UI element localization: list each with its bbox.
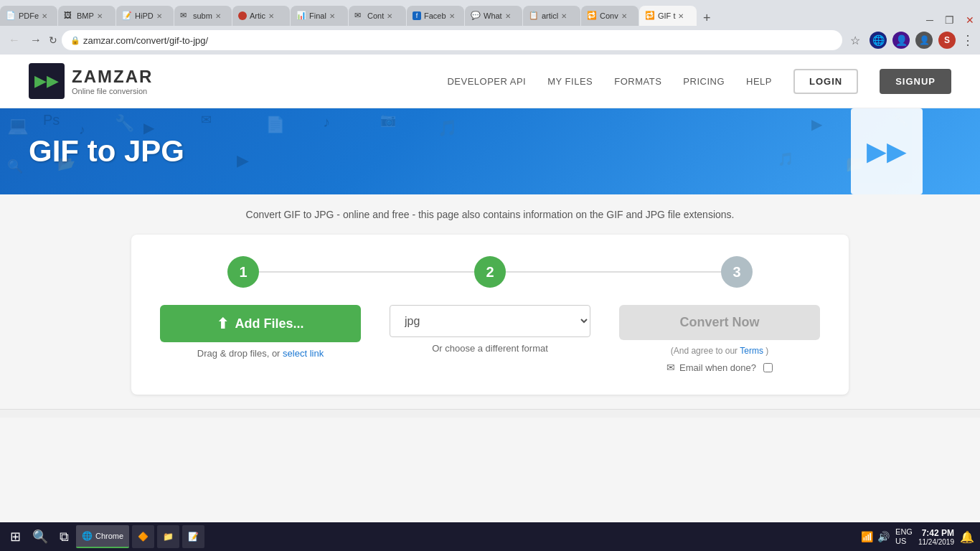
tab-t10[interactable]: 📋 articl ✕	[523, 6, 580, 26]
taskbar-files[interactable]: 📁	[157, 525, 179, 548]
tab-close-t8[interactable]: ✕	[449, 12, 455, 20]
url-bar[interactable]: 🔒 zamzar.com/convert/gif-to-jpg/	[62, 30, 842, 50]
tab-favicon-t4: ✉	[180, 11, 190, 21]
tab-close-t4[interactable]: ✕	[215, 12, 221, 20]
task-view-icon: ⧉	[60, 529, 69, 545]
email-checkbox[interactable]	[763, 363, 773, 372]
format-select[interactable]: jpg png bmp	[390, 305, 590, 337]
task-view-button[interactable]: ⧉	[55, 527, 73, 547]
tab-favicon-t7: ✉	[354, 11, 364, 21]
taskbar-word[interactable]: 📝	[182, 525, 204, 548]
date-display: 11/24/2019	[918, 538, 954, 546]
files-icon: 📁	[163, 532, 174, 542]
logo-area: ▶▶ ZAMZAR Online file conversion	[29, 63, 153, 99]
minimize-button[interactable]: ─	[923, 14, 936, 26]
tab-close-t11[interactable]: ✕	[621, 12, 627, 20]
add-files-label: Add Files...	[235, 316, 303, 331]
tab-label-t10: articl	[542, 11, 558, 20]
tab-close-t6[interactable]: ✕	[329, 12, 335, 20]
step-2-circle: 2	[474, 256, 506, 288]
tab-t4[interactable]: ✉ subm ✕	[174, 6, 232, 26]
page-banner: 💻 Ps ♪ 🔧 ▶ ✉ 📄 ♪ 📷 🎵 🔍 📂 ▶ ▶ 🎵 📂 🔧 GIF t…	[0, 108, 980, 194]
select-link[interactable]: select link	[283, 348, 324, 359]
drag-drop-text: Drag & drop files, or select link	[197, 348, 324, 359]
email-label: Email when done?	[679, 362, 756, 373]
tab-t11[interactable]: 🔁 Conv ✕	[581, 6, 639, 26]
taskbar: ⊞ 🔍 ⧉ 🌐 Chrome 🔶 📁 📝 📶 🔊 ENG US 7:42 PM …	[0, 522, 980, 551]
toolbar-icons: ☆ 🌐 👤 👤 S ⋮	[847, 32, 974, 49]
tab-favicon-t10: 📋	[529, 11, 539, 21]
url-text: zamzar.com/convert/gif-to-jpg/	[83, 35, 208, 46]
tab-label-t3: HiPD	[135, 11, 154, 20]
back-button[interactable]: ←	[6, 32, 23, 48]
format-different-text: Or choose a different format	[432, 343, 548, 354]
add-files-button[interactable]: ⬆ Add Files...	[160, 305, 361, 342]
forward-button[interactable]: →	[27, 32, 44, 48]
terms-link[interactable]: Terms	[740, 346, 763, 356]
nav-pricing[interactable]: PRICING	[683, 76, 725, 87]
chrome-menu-icon[interactable]: ⋮	[961, 32, 974, 48]
tab-close-t9[interactable]: ✕	[505, 12, 511, 20]
start-icon: ⊞	[10, 529, 21, 545]
step-3-section: Convert Now (And agree to our Terms ) ✉ …	[605, 305, 820, 373]
address-bar: ← → ↻ 🔒 zamzar.com/convert/gif-to-jpg/ ☆…	[0, 26, 980, 55]
tab-close-t3[interactable]: ✕	[156, 12, 162, 20]
maximize-button[interactable]: ❐	[942, 14, 957, 26]
bookmark-icon[interactable]: ☆	[847, 32, 864, 49]
profile-icon-3: 👤	[915, 32, 933, 49]
new-tab-button[interactable]: +	[697, 11, 717, 26]
taskbar-chrome[interactable]: 🌐 Chrome	[76, 525, 129, 548]
taskbar-right: 📶 🔊 ENG US 7:42 PM 11/24/2019 🔔	[861, 527, 974, 546]
chrome-label: Chrome	[95, 532, 123, 540]
start-button[interactable]: ⊞	[6, 526, 25, 547]
tab-t9[interactable]: 💬 What ✕	[465, 6, 522, 26]
tab-label-t5: Artic	[250, 11, 265, 20]
taskbar-vlc[interactable]: 🔶	[132, 525, 154, 548]
nav-my-files[interactable]: MY FILES	[547, 76, 593, 87]
file-shape: ▶▶	[851, 108, 923, 194]
tab-t5[interactable]: Artic ✕	[232, 6, 290, 26]
nav-help[interactable]: HELP	[746, 76, 772, 87]
email-row: ✉ Email when done?	[666, 362, 773, 373]
tab-close-t5[interactable]: ✕	[268, 12, 274, 20]
convert-now-button[interactable]: Convert Now	[619, 305, 820, 340]
time-display: 7:42 PM	[918, 528, 954, 538]
tab-close-t1[interactable]: ✕	[42, 12, 47, 20]
tab-t8[interactable]: f Faceb ✕	[407, 6, 464, 26]
reload-button[interactable]: ↻	[49, 34, 57, 46]
tab-label-t6: Final	[309, 11, 326, 20]
email-icon: ✉	[666, 362, 675, 373]
signup-button[interactable]: SIGNUP	[880, 69, 951, 94]
step-1-circle: 1	[227, 256, 259, 288]
tab-favicon-t2: 🖼	[64, 11, 74, 21]
tab-t7[interactable]: ✉ Cont ✕	[349, 6, 406, 26]
nav-developer-api[interactable]: DEVELOPER API	[447, 76, 526, 87]
profile-icon-2: 👤	[892, 32, 910, 49]
website-content: ▶▶ ZAMZAR Online file conversion DEVELOP…	[0, 55, 980, 409]
tab-t3[interactable]: 📝 HiPD ✕	[116, 6, 174, 26]
tab-favicon-t1: 📄	[6, 11, 16, 21]
tab-label-t11: Conv	[600, 11, 618, 20]
profile-icon-1: 🌐	[870, 32, 887, 49]
tab-close-t10[interactable]: ✕	[561, 12, 567, 20]
user-profile-icon[interactable]: S	[938, 32, 956, 49]
tab-close-t2[interactable]: ✕	[97, 12, 103, 20]
search-button[interactable]: 🔍	[28, 526, 52, 547]
horizontal-scrollbar[interactable]	[0, 409, 980, 418]
tab-favicon-t9: 💬	[471, 11, 481, 21]
language-indicator: ENG US	[895, 527, 913, 546]
tab-t6[interactable]: 📊 Final ✕	[291, 6, 348, 26]
tab-close-t7[interactable]: ✕	[387, 12, 392, 20]
tab-close-t12[interactable]: ✕	[678, 12, 684, 20]
volume-icon: 🔊	[877, 531, 890, 542]
tab-label-t4: subm	[193, 11, 212, 20]
tab-t12[interactable]: 🔁 GIF t ✕	[639, 6, 697, 26]
nav-formats[interactable]: FORMATS	[614, 76, 661, 87]
notification-icon[interactable]: 🔔	[960, 530, 974, 544]
login-button[interactable]: LOGIN	[793, 69, 858, 94]
tab-t2[interactable]: 🖼 BMP ✕	[58, 6, 116, 26]
logo-tagline: Online file conversion	[72, 87, 153, 95]
close-button[interactable]: ✕	[963, 14, 977, 26]
tab-t1[interactable]: 📄 PDFe ✕	[0, 6, 57, 26]
upload-icon: ⬆	[217, 315, 229, 332]
